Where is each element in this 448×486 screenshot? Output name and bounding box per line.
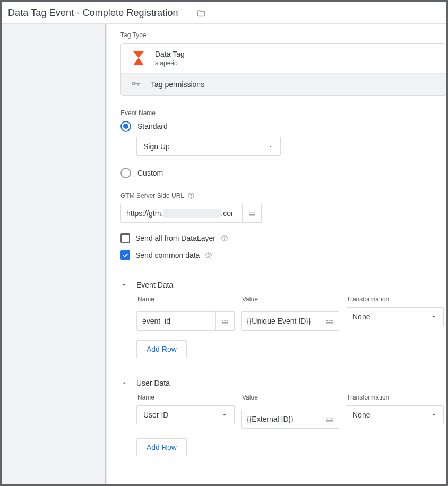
svg-point-3 <box>225 239 225 240</box>
event-data-transform-select[interactable]: None <box>346 307 444 326</box>
event-name-block: Event Name Standard Sign Up Custom <box>120 109 446 178</box>
event-data-header[interactable]: Event Data <box>120 281 446 289</box>
left-gutter <box>2 24 106 484</box>
standard-event-select[interactable]: Sign Up <box>136 137 281 156</box>
tag-title-input[interactable] <box>8 5 191 21</box>
user-data-section: User Data Name Value Transformation User… <box>120 371 446 456</box>
event-data-headers: Name Value Transformation <box>136 296 446 303</box>
caret-down-icon <box>430 314 437 320</box>
radio-standard-label: Standard <box>137 122 168 131</box>
svg-point-1 <box>191 197 192 197</box>
tag-type-row[interactable]: Data Tag stape-io <box>121 44 446 73</box>
server-url-input[interactable]: https://gtm.xxxxxxxxxxxxxxx.cor <box>120 204 243 223</box>
col-transform: Transformation <box>347 296 444 303</box>
tag-vendor: stape-io <box>155 59 185 67</box>
user-data-add-row-button[interactable]: Add Row <box>136 438 187 456</box>
variable-picker-button[interactable] <box>243 204 262 223</box>
event-name-label: Event Name <box>120 109 446 117</box>
user-data-transform-select[interactable]: None <box>346 405 444 424</box>
tag-type-card: Data Tag stape-io Tag permissions <box>120 43 446 96</box>
user-data-title: User Data <box>136 379 170 387</box>
col-name: Name <box>137 296 235 303</box>
standard-event-value: Sign Up <box>143 142 170 151</box>
col-value: Value <box>242 296 339 303</box>
send-all-row[interactable]: Send all from DataLayer <box>120 233 446 243</box>
svg-point-5 <box>209 256 209 257</box>
tag-permissions-label: Tag permissions <box>151 80 204 89</box>
event-data-name-input[interactable]: event_id <box>136 311 216 331</box>
options-block: Send all from DataLayer Send common data <box>120 233 446 260</box>
col-value: Value <box>242 394 339 401</box>
checkbox-send-common[interactable] <box>120 250 130 260</box>
variable-picker-button[interactable] <box>320 311 339 331</box>
chevron-down-icon <box>120 379 128 387</box>
user-data-value-group: {{External ID}} <box>241 410 339 429</box>
content: Tag Type Data Tag stape-io Tag permissio… <box>2 24 446 484</box>
variable-picker-button[interactable] <box>320 410 339 429</box>
folder-icon[interactable] <box>196 9 206 21</box>
col-transform: Transformation <box>347 394 444 401</box>
user-data-name-select[interactable]: User ID <box>136 405 235 424</box>
caret-down-icon <box>430 412 437 418</box>
tag-permissions-row[interactable]: Tag permissions <box>121 73 446 95</box>
caret-down-icon <box>268 143 274 150</box>
help-icon[interactable] <box>221 235 228 242</box>
server-url-input-group: https://gtm.xxxxxxxxxxxxxxx.cor <box>120 204 262 223</box>
caret-down-icon <box>221 412 228 418</box>
user-data-value-input[interactable]: {{External ID}} <box>241 410 320 429</box>
user-data-header[interactable]: User Data <box>120 379 446 387</box>
send-all-label: Send all from DataLayer <box>135 234 216 242</box>
redacted-domain: xxxxxxxxxxxxxxx <box>163 209 221 218</box>
event-data-value-group: {{Unique Event ID}} <box>241 311 339 331</box>
server-url-block: GTM Server Side URL https://gtm.xxxxxxxx… <box>120 192 446 223</box>
help-icon[interactable] <box>205 251 212 259</box>
tag-type-label: Tag Type <box>120 31 446 39</box>
event-data-section: Event Data Name Value Transformation eve… <box>120 273 446 358</box>
chevron-down-icon <box>120 281 128 289</box>
main-panel: Tag Type Data Tag stape-io Tag permissio… <box>106 24 446 484</box>
event-data-title: Event Data <box>136 281 173 289</box>
variable-picker-button[interactable] <box>216 311 235 331</box>
radio-custom-label: Custom <box>137 169 163 177</box>
send-common-label: Send common data <box>135 251 200 259</box>
tag-name: Data Tag <box>155 50 185 58</box>
user-data-headers: Name Value Transformation <box>136 394 446 401</box>
tag-type-text: Data Tag stape-io <box>155 50 185 67</box>
user-data-row: User ID {{External ID}} None <box>136 405 446 429</box>
radio-standard-row[interactable]: Standard <box>120 121 446 132</box>
header <box>2 2 446 24</box>
help-icon[interactable] <box>187 192 195 199</box>
event-data-value-input[interactable]: {{Unique Event ID}} <box>241 311 320 331</box>
radio-custom[interactable] <box>120 168 131 178</box>
event-data-row: event_id {{Unique Event ID}} None <box>136 307 446 331</box>
server-url-label: GTM Server Side URL <box>120 192 446 199</box>
radio-standard[interactable] <box>120 121 131 132</box>
event-data-name-group: event_id <box>136 311 235 331</box>
event-data-add-row-button[interactable]: Add Row <box>136 340 187 358</box>
radio-custom-row[interactable]: Custom <box>120 168 446 178</box>
col-name: Name <box>137 394 235 401</box>
send-common-row[interactable]: Send common data <box>120 250 446 260</box>
stape-logo-icon <box>131 50 147 66</box>
checkbox-send-all[interactable] <box>120 233 130 243</box>
key-icon <box>131 79 141 90</box>
